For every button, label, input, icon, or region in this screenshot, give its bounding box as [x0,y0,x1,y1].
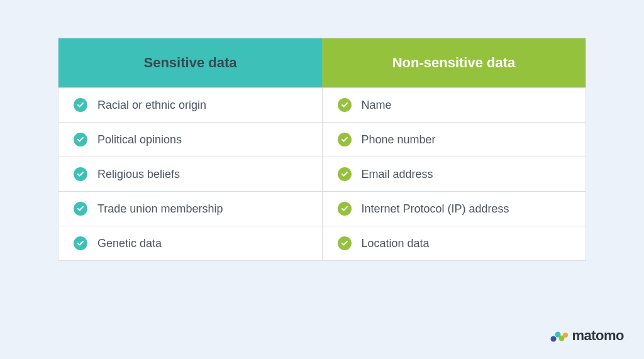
sensitive-cell: Trade union membership [58,192,323,226]
svg-point-3 [563,333,568,338]
table-row: Religious beliefs Email address [58,157,586,191]
check-icon [74,167,87,181]
data-comparison-table: Sensitive data Non-sensitive data Racial… [58,38,586,261]
item-text: Location data [362,237,430,250]
check-icon [338,98,352,112]
table-header-row: Sensitive data Non-sensitive data [58,38,586,87]
svg-point-0 [551,336,557,342]
table-row: Political opinions Phone number [58,122,586,157]
table-row: Trade union membership Internet Protocol… [58,191,586,226]
check-icon [74,202,87,216]
sensitive-cell: Religious beliefs [58,157,323,191]
matomo-logo: matomo [550,328,624,344]
item-text: Name [362,99,392,112]
item-text: Religious beliefs [97,168,180,181]
logo-mark-icon [550,329,568,342]
nonsensitive-cell: Location data [323,226,586,260]
check-icon [338,133,352,146]
header-sensitive: Sensitive data [58,38,322,87]
check-icon [74,133,87,146]
check-icon [338,167,352,181]
item-text: Internet Protocol (IP) address [362,202,509,216]
item-text: Email address [362,168,433,181]
header-nonsensitive-label: Non-sensitive data [392,55,516,70]
item-text: Phone number [362,133,436,146]
nonsensitive-cell: Email address [323,157,586,191]
header-sensitive-label: Sensitive data [144,55,237,70]
item-text: Racial or ethnic origin [97,99,206,112]
check-icon [74,236,87,250]
nonsensitive-cell: Name [323,88,586,122]
header-nonsensitive: Non-sensitive data [322,38,586,87]
sensitive-cell: Racial or ethnic origin [58,88,323,122]
check-icon [338,202,352,216]
table-row: Racial or ethnic origin Name [58,87,586,122]
item-text: Political opinions [97,133,182,146]
nonsensitive-cell: Internet Protocol (IP) address [323,192,586,226]
table-row: Genetic data Location data [58,226,586,260]
check-icon [338,236,352,250]
item-text: Genetic data [97,237,162,250]
nonsensitive-cell: Phone number [323,123,586,157]
item-text: Trade union membership [97,202,223,216]
check-icon [74,98,87,112]
sensitive-cell: Genetic data [58,226,323,260]
logo-text: matomo [572,328,624,344]
sensitive-cell: Political opinions [58,123,323,157]
